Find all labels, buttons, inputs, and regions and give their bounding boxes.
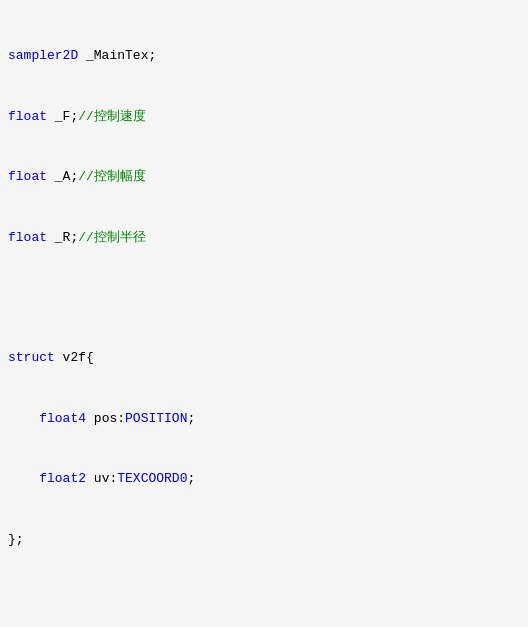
line-3: float _A;//控制幅度: [8, 167, 520, 187]
line-4: float _R;//控制半径: [8, 228, 520, 248]
code-editor: sampler2D _MainTex; float _F;//控制速度 floa…: [0, 0, 528, 627]
line-5: [8, 288, 520, 308]
line-6: struct v2f{: [8, 348, 520, 368]
line-7: float4 pos:POSITION;: [8, 409, 520, 429]
line-9: };: [8, 530, 520, 550]
line-1: sampler2D _MainTex;: [8, 46, 520, 66]
line-10: [8, 590, 520, 610]
code-content: sampler2D _MainTex; float _F;//控制速度 floa…: [0, 4, 528, 627]
line-8: float2 uv:TEXCOORD0;: [8, 469, 520, 489]
line-2: float _F;//控制速度: [8, 107, 520, 127]
